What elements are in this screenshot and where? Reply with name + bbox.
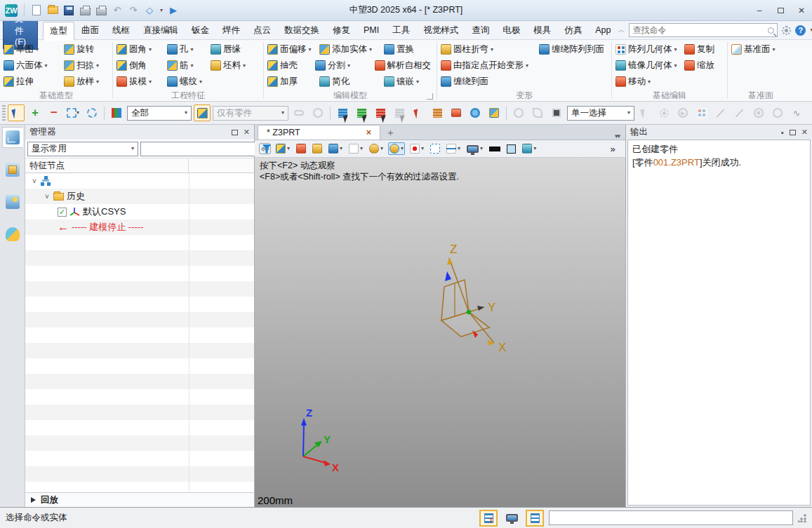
caret-down-icon[interactable]: ˅ [31,177,38,185]
app-logo-icon[interactable]: ZW [5,4,18,17]
dialog-launcher-icon[interactable] [427,93,433,100]
tab-tools[interactable]: 工具 [386,22,416,39]
sketch-view-button[interactable]: ▾ [274,142,291,155]
layer-list-button[interactable] [429,104,446,121]
face-display-button[interactable]: ▾ [521,142,538,155]
web-resource-button[interactable] [467,104,484,121]
scope-toggle-button[interactable] [194,104,211,121]
bulb-filter-button[interactable] [310,104,326,121]
pick-remove-list-button[interactable] [372,104,389,121]
tab-inquire[interactable]: 查询 [465,22,495,39]
scale-button[interactable]: 缩放 [683,60,718,72]
help-icon[interactable]: ? [795,25,806,36]
tab-data-exchange[interactable]: 数据交换 [278,22,326,39]
tab-close-icon[interactable]: × [366,128,371,137]
shaded-display-button[interactable]: ▾ [327,142,344,155]
tree-stop-row[interactable]: ← ----- 建模停止 ----- [25,219,254,235]
tab-repair[interactable]: 修复 [326,22,357,39]
sweep-button[interactable]: 扫掠▾ [62,60,100,72]
resize-grip[interactable] [798,514,806,522]
manager-tab-button[interactable] [2,127,23,148]
pick-clear-list-button[interactable] [391,104,408,121]
remove-selection-button[interactable]: − [46,104,62,121]
tab-electrode[interactable]: 电极 [496,22,526,39]
datum-plane-button[interactable]: 基准面▾ [730,43,777,55]
open-file-button[interactable] [47,5,58,16]
redo-button[interactable]: ↷ [128,5,139,16]
marquee-select-button[interactable]: ▾ [65,104,81,121]
tree-history-row[interactable]: ˅ 历史 [25,189,254,204]
simplify-button[interactable]: 简化 [318,76,382,88]
circle-center-snap-button[interactable] [750,104,767,121]
pick-tool-button[interactable] [8,104,25,121]
output-log[interactable]: 已创建零件 [零件001.Z3PRT]关闭成功. [627,140,811,506]
output-close-button[interactable]: ✕ [801,128,808,137]
filter-combo[interactable]: 全部▾ [127,106,192,121]
status-input-field[interactable] [549,510,793,525]
tab-surface[interactable]: 曲面 [75,22,105,39]
replay-bar[interactable]: 回放 [25,492,254,507]
print-button[interactable] [79,5,91,16]
assembly-tool-button[interactable] [486,104,502,121]
tab-list-dropdown-icon[interactable]: ▾▾ [609,133,625,140]
pan-target-button[interactable]: ▾ [408,142,425,155]
background-color-button[interactable] [488,145,502,153]
minimize-button[interactable]: – [749,4,770,18]
stop-arrow-icon[interactable]: ← [58,222,69,233]
inlay-button[interactable]: 镶嵌▾ [382,76,420,88]
command-search-box[interactable] [629,23,778,37]
box-button[interactable]: 六面体▾ [2,60,62,72]
toolbar-grip[interactable] [2,105,6,121]
snap-points-button[interactable] [693,104,710,121]
mirror-geometry-button[interactable]: 镜像几何体▾ [614,60,683,72]
line-snap-button[interactable]: ／ [712,104,729,121]
highlight-color-button[interactable] [505,143,517,155]
thicken-button[interactable]: 加厚 [266,76,318,88]
erase-button[interactable] [295,142,307,155]
wrap-pattern-to-face-button[interactable]: 缠绕阵列到面 [538,43,608,55]
visual-manager-tab-button[interactable] [2,159,23,180]
window-view-button[interactable] [429,142,441,155]
ribbon-collapse-icon[interactable]: ︿ [618,25,625,35]
close-button[interactable]: ✕ [791,4,812,18]
cylindrical-bend-button[interactable]: 圆柱折弯▾ [439,43,538,55]
tab-mold[interactable]: 模具 [527,22,557,39]
loft-button[interactable]: 放样▾ [62,76,100,88]
tab-point-cloud[interactable]: 点云 [247,22,277,39]
pick-mode-combo[interactable]: 单一选择▾ [567,106,634,121]
shell-button[interactable]: 抽壳 [266,60,314,72]
face-offset-button[interactable]: 面偏移▾ [266,43,318,55]
rotate-view-button[interactable] [510,104,527,121]
tree-filter-input[interactable] [140,142,256,156]
pick-add-list-button[interactable] [353,104,370,121]
fillet-button[interactable]: 圆角▾ [115,43,166,55]
command-search-input[interactable] [632,25,768,35]
tab-visual-style[interactable]: 视觉样式 [417,22,465,39]
extrude-button[interactable]: 拉伸 [2,76,62,88]
plane-pick-button[interactable] [548,104,565,121]
deform-from-point-button[interactable]: 由指定点开始变形▾ [439,60,538,72]
undo-button[interactable]: ↶ [112,5,123,16]
wrap-to-face-button[interactable]: 缠绕到面 [439,76,538,88]
sketch-button[interactable]: 草图▾ [2,43,62,55]
tree-root-row[interactable]: ˅ [25,173,254,189]
display-toggle-button[interactable] [502,510,521,527]
default-csys-graphic[interactable]: Z Y X [416,242,543,372]
copy-button[interactable]: 复制 [683,43,718,55]
tree-csys-row[interactable]: ✓ 默认CSYS [25,204,254,219]
draft-button[interactable]: 拔模▾ [115,76,166,88]
show-mode-combo[interactable]: 显示常用▾ [27,142,138,156]
link-filter-button[interactable] [291,104,307,121]
divide-button[interactable]: 分割▾ [314,60,373,72]
tab-wireframe[interactable]: 线框 [106,22,136,39]
output-restore-button[interactable] [790,130,796,135]
entity-filter-button[interactable] [108,104,125,121]
regen-diamond-button[interactable]: ◇ [144,5,155,16]
tab-weldment[interactable]: 焊件 [216,22,246,39]
datum-button[interactable] [311,142,324,155]
resolve-self-intersection-button[interactable]: 解析自相交 [373,60,435,72]
pattern-geometry-button[interactable]: 阵列几何体▾ [614,43,683,55]
run-button[interactable]: ▶ [168,5,179,16]
tab-pmi[interactable]: PMI [357,22,385,38]
circle-snap-button[interactable] [769,104,786,121]
